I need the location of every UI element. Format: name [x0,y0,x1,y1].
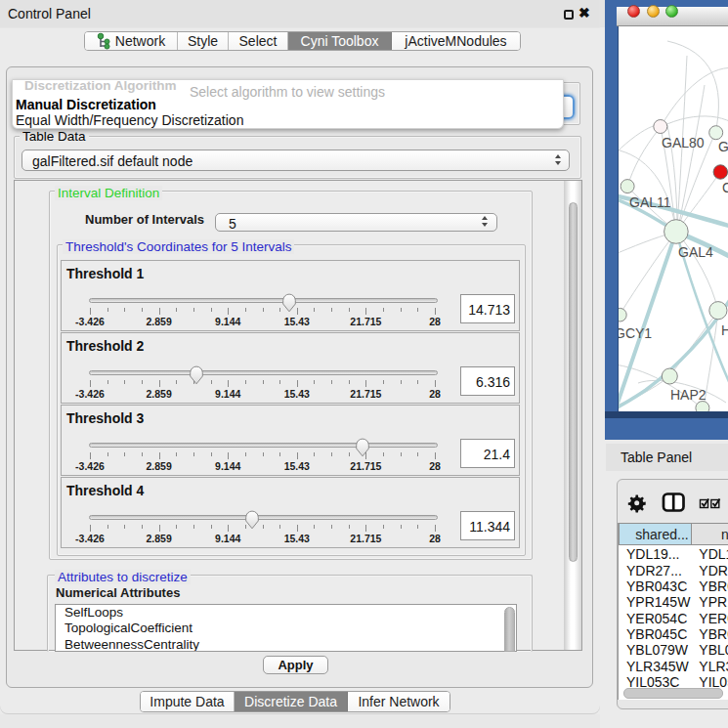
svg-text:GAL80: GAL80 [662,135,705,150]
svg-text:GAL4: GAL4 [678,244,713,260]
svg-text:GAL11: GAL11 [629,194,671,210]
svg-text:GCY1: GCY1 [619,325,652,341]
svg-text:G: G [718,139,728,154]
svg-text:HAP2: HAP2 [670,387,707,403]
svg-text:C: C [722,180,728,195]
svg-text:H: H [721,322,728,338]
